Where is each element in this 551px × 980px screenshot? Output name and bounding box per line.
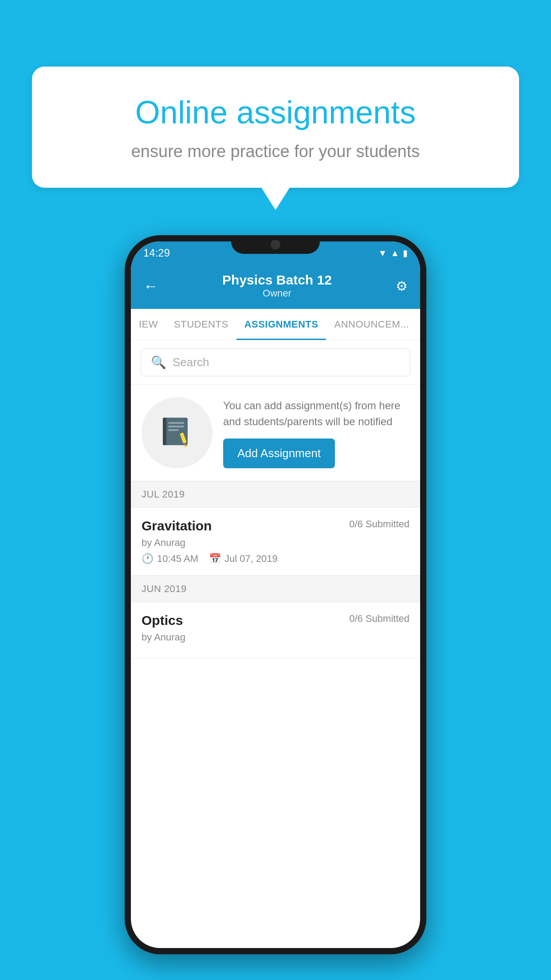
header-title: Physics Batch 12: [222, 273, 332, 288]
svg-rect-4: [168, 429, 179, 431]
battery-icon: ▮: [403, 248, 408, 258]
section-header-jun: JUN 2019: [131, 576, 420, 602]
header-subtitle: Owner: [222, 288, 332, 299]
assignment-item-optics[interactable]: Optics 0/6 Submitted by Anurag: [131, 602, 420, 659]
app-header: ← Physics Batch 12 Owner ⚙: [131, 265, 420, 309]
clock-icon: 🕐: [142, 553, 153, 565]
assignment-time-gravitation: 🕐 10:45 AM: [142, 553, 198, 565]
assignment-date-value: Jul 07, 2019: [224, 553, 278, 565]
search-bar[interactable]: 🔍 Search: [141, 348, 410, 376]
section-header-jun-label: JUN 2019: [142, 583, 187, 594]
phone-frame: 14:29 ▼ ▲ ▮ ← Physics Batch 12 Owner ⚙ I…: [125, 235, 426, 954]
promo-section: You can add assignment(s) from here and …: [131, 385, 420, 481]
tab-iew[interactable]: IEW: [131, 309, 166, 340]
phone-screen: 14:29 ▼ ▲ ▮ ← Physics Batch 12 Owner ⚙ I…: [131, 241, 420, 948]
assignment-header-row: Gravitation 0/6 Submitted: [142, 518, 409, 533]
assignment-submitted-gravitation: 0/6 Submitted: [349, 518, 409, 530]
assignment-author-gravitation: by Anurag: [142, 537, 409, 549]
section-header-jul-label: JUL 2019: [142, 489, 185, 500]
phone-camera: [271, 240, 280, 249]
add-assignment-button[interactable]: Add Assignment: [223, 439, 335, 468]
calendar-icon: 📅: [209, 553, 221, 565]
search-placeholder: Search: [173, 356, 209, 369]
assignment-submitted-optics: 0/6 Submitted: [349, 613, 409, 624]
speech-bubble: Online assignments ensure more practice …: [32, 67, 519, 188]
search-container: 🔍 Search: [131, 340, 420, 385]
status-icons: ▼ ▲ ▮: [378, 248, 408, 258]
notebook-icon: [159, 414, 195, 451]
speech-bubble-container: Online assignments ensure more practice …: [32, 67, 519, 188]
header-title-group: Physics Batch 12 Owner: [222, 273, 332, 299]
signal-icon: ▲: [390, 248, 399, 258]
assignment-title-optics: Optics: [142, 613, 183, 628]
tab-announcements[interactable]: ANNOUNCEM...: [326, 309, 417, 340]
svg-rect-3: [168, 426, 184, 427]
assignment-item-gravitation[interactable]: Gravitation 0/6 Submitted by Anurag 🕐 10…: [131, 508, 420, 576]
speech-bubble-subtitle: ensure more practice for your students: [64, 142, 487, 161]
phone-notch: [231, 235, 320, 254]
tab-students[interactable]: STUDENTS: [166, 309, 236, 340]
back-button[interactable]: ←: [143, 277, 158, 295]
section-header-jul: JUL 2019: [131, 481, 420, 508]
speech-bubble-title: Online assignments: [64, 93, 487, 131]
assignment-date-gravitation: 📅 Jul 07, 2019: [209, 553, 278, 565]
search-icon: 🔍: [151, 355, 166, 370]
assignment-title-gravitation: Gravitation: [142, 518, 212, 533]
promo-content: You can add assignment(s) from here and …: [223, 398, 409, 468]
assignment-author-optics: by Anurag: [142, 632, 409, 643]
svg-rect-1: [163, 418, 166, 445]
tabs-bar: IEW STUDENTS ASSIGNMENTS ANNOUNCEM...: [131, 309, 420, 340]
assignment-time-value: 10:45 AM: [157, 553, 198, 565]
promo-icon-circle: [142, 397, 213, 468]
wifi-icon: ▼: [378, 248, 387, 258]
status-time: 14:29: [143, 247, 170, 259]
assignment-header-row-optics: Optics 0/6 Submitted: [142, 613, 409, 628]
promo-text: You can add assignment(s) from here and …: [223, 398, 409, 430]
settings-icon[interactable]: ⚙: [396, 278, 408, 294]
svg-rect-2: [168, 422, 184, 424]
assignment-meta-gravitation: 🕐 10:45 AM 📅 Jul 07, 2019: [142, 553, 409, 565]
tab-assignments[interactable]: ASSIGNMENTS: [236, 309, 327, 340]
